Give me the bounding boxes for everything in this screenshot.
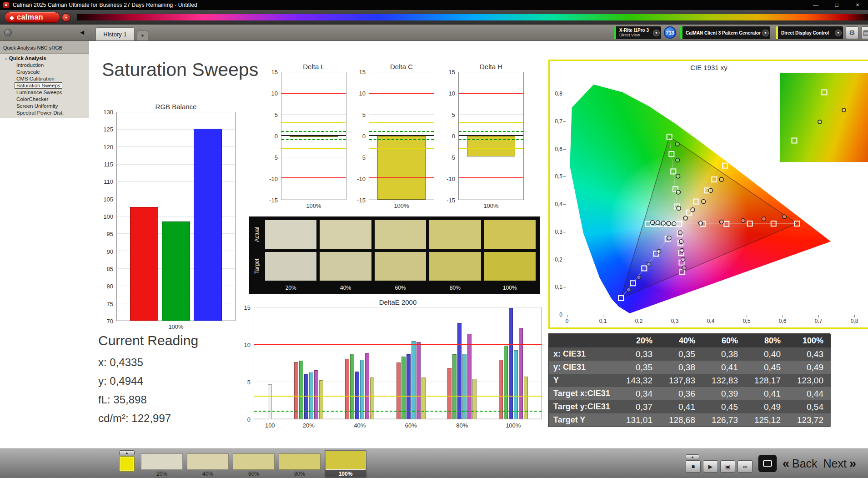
y-tick-label: 100 [103,213,113,220]
x-tick-label: 0,3 [671,318,679,324]
x-axis: 00,10,20,30,40,50,60,70,8 [567,315,854,326]
patch-swatch [279,453,321,470]
y-tick-label: 0,7 [555,118,562,125]
row-label: y: CIE31 [549,361,617,374]
x-tick-label: 80% [456,422,468,429]
column-header: 80% [745,334,788,347]
chart-title: CIE 1931 xy [550,64,868,73]
cell-value: 0,37 [617,400,660,413]
sidebar-item-screen-uniformity[interactable]: Screen Uniformity [0,103,89,110]
measured-marker [691,208,695,212]
calman-logo[interactable]: ◆ calman [5,12,60,23]
y-tick-label: 10 [359,90,366,97]
stop-icon: ■ [692,463,695,470]
delta-e-bar [401,357,406,419]
workflow-options-button[interactable] [4,29,12,36]
delta-e-bar [524,377,528,419]
x-axis-label: 100% [281,200,346,209]
sidebar-item-spectral-power-dist[interactable]: Spectral Power Dist. [0,110,89,116]
tab-bar: ◀ History 1 + X-Rite i1Pro 3 Direct View… [0,25,868,41]
cell-value: 0,33 [617,347,660,361]
gridline [281,72,346,72]
y-tick-label: 0,5 [555,173,562,180]
sidebar-item-colorchecker[interactable]: ColorChecker [0,96,89,103]
sidebar-item-cms-calibration[interactable]: CMS Calibration [0,75,89,82]
pattern-window-button[interactable] [758,455,777,472]
y-tick-label: 70 [107,318,113,325]
measured-marker [741,218,745,222]
results-table: 20%40%60%80%100%x: CIE310,330,350,380,40… [548,333,830,427]
pattern-patch-100[interactable]: 100% [325,450,366,478]
delta-l-chart: Delta L -15-10-5051015 100% [263,63,346,209]
bar-green [162,221,190,321]
cell-value: 0,49 [745,400,788,413]
cell-value: 0,54 [788,400,831,413]
measured-marker [637,275,641,279]
stop-button[interactable]: ■ [686,460,701,473]
link-button[interactable]: ∞ [738,460,753,473]
tick-mark [711,315,711,317]
zero-limit-line [459,135,523,136]
back-button[interactable]: « Back [783,457,818,471]
next-button[interactable]: Next » [823,457,856,471]
minimize-button[interactable]: — [805,0,826,10]
pattern-color-button[interactable] [119,456,135,472]
measured-marker [762,217,766,221]
patch-swatch [326,451,366,470]
panel-expand-button[interactable]: ▲ [686,454,699,459]
y-tick-label: 10 [449,90,455,97]
layout-button[interactable]: ▤ [861,26,868,39]
save-button[interactable]: ▣ [720,460,735,473]
chart-title: RGB Balance [116,103,236,112]
sidebar-item-grayscale[interactable]: Grayscale [0,69,89,75]
measured-marker [719,177,723,181]
main-menu-button[interactable]: ▼ [62,13,70,22]
app-icon: ◆ [3,2,9,8]
gridline [281,157,346,157]
display-control-dropdown[interactable]: Direct Display Control ▼ [776,26,843,39]
cell-value: 137,83 [660,374,702,387]
bottom-bar: ▲ 20%40%60%80%100% ▲ ■ ▶ ▣ ∞ « Back Ne [0,448,868,478]
meter-count-badge: 713 [664,26,676,39]
cell-value: 0,41 [660,400,702,413]
pattern-patch-40[interactable]: 40% [187,450,229,477]
x-axis-label: 100% [116,321,236,330]
pattern-patch-60[interactable]: 60% [233,450,275,477]
y-tick-label: -15 [447,197,455,204]
y-tick-label: 15 [449,69,455,75]
play-button[interactable]: ▶ [703,460,718,473]
target-marker [792,137,798,143]
display-control-name: Direct Display Control [781,30,829,35]
tab-history-1[interactable]: History 1 [95,27,135,40]
y-tick-label: 95 [107,231,113,237]
spectrum-strip [77,14,868,20]
sidebar-item-luminance-sweeps[interactable]: Luminance Sweeps [0,89,89,96]
tree-root-item[interactable]: ▪Quick Analysis [0,55,89,62]
pattern-window-expand-button[interactable]: ▲ [119,450,135,455]
sidebar-item-introduction[interactable]: Introduction [0,62,89,69]
delta-e-bar [421,377,426,419]
y-tick-label: 5 [452,111,455,118]
maximize-button[interactable]: □ [826,0,847,10]
measured-marker [702,200,706,204]
sidebar-item-saturation-sweeps[interactable]: Saturation Sweeps [0,82,89,89]
pattern-source-dropdown[interactable]: CalMAN Client 3 Pattern Generator ▼ [680,26,770,39]
gridline [459,114,523,115]
settings-button[interactable]: ⚙ [846,26,858,39]
limyellow-limit-line [254,396,542,397]
swatch-actual-60% [375,220,426,249]
pattern-patch-80[interactable]: 80% [279,450,321,477]
add-tab-button[interactable]: + [137,30,148,40]
y-tick-label: 0 [275,133,278,140]
y-tick-label: 0,6 [555,146,562,152]
sidebar-collapse-button[interactable]: ◀ [80,29,84,35]
meter-dropdown[interactable]: X-Rite i1Pro 3 Direct View ▼ [614,26,661,39]
close-button[interactable]: × [847,0,868,10]
patch-label: 20% [141,470,183,477]
x-tick-label: 0,4 [707,318,715,324]
pattern-patch-20[interactable]: 20% [141,450,183,477]
limgreen-limit-line [369,139,434,140]
swatch-target-60% [375,252,426,281]
tree-item-label: Luminance Sweeps [16,90,62,95]
meter-mode: Direct View [619,33,649,38]
